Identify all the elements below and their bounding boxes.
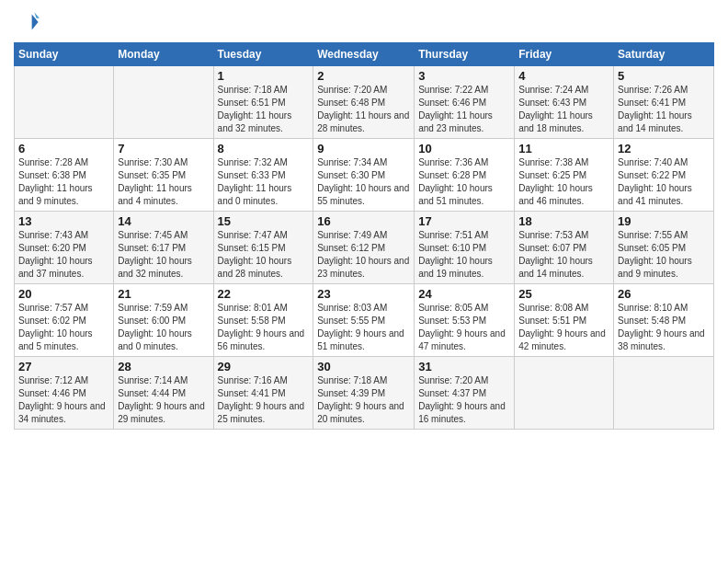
day-info: Sunrise: 7:24 AM Sunset: 6:43 PM Dayligh… xyxy=(518,84,609,135)
calendar-cell xyxy=(114,66,213,139)
page-container: SundayMondayTuesdayWednesdayThursdayFrid… xyxy=(0,0,728,434)
day-info: Sunrise: 7:55 AM Sunset: 6:05 PM Dayligh… xyxy=(618,229,710,281)
calendar-cell: 11Sunrise: 7:38 AM Sunset: 6:25 PM Dayli… xyxy=(515,139,614,212)
week-row-1: 1Sunrise: 7:18 AM Sunset: 6:51 PM Daylig… xyxy=(15,66,714,139)
calendar-cell: 15Sunrise: 7:47 AM Sunset: 6:15 PM Dayli… xyxy=(213,212,313,284)
calendar-cell: 28Sunrise: 7:14 AM Sunset: 4:44 PM Dayli… xyxy=(114,357,213,430)
calendar-cell: 22Sunrise: 8:01 AM Sunset: 5:58 PM Dayli… xyxy=(213,284,313,357)
day-info: Sunrise: 7:34 AM Sunset: 6:30 PM Dayligh… xyxy=(317,156,410,208)
day-info: Sunrise: 8:05 AM Sunset: 5:53 PM Dayligh… xyxy=(418,302,510,353)
calendar-cell: 14Sunrise: 7:45 AM Sunset: 6:17 PM Dayli… xyxy=(114,212,213,284)
calendar-cell: 18Sunrise: 7:53 AM Sunset: 6:07 PM Dayli… xyxy=(515,212,614,284)
day-info: Sunrise: 8:08 AM Sunset: 5:51 PM Dayligh… xyxy=(518,302,609,353)
day-info: Sunrise: 7:49 AM Sunset: 6:12 PM Dayligh… xyxy=(317,229,410,281)
day-number: 11 xyxy=(518,142,609,155)
week-row-4: 20Sunrise: 7:57 AM Sunset: 6:02 PM Dayli… xyxy=(15,284,714,357)
day-number: 8 xyxy=(218,142,310,155)
day-number: 29 xyxy=(218,360,310,373)
day-number: 22 xyxy=(218,287,310,301)
calendar-cell: 25Sunrise: 8:08 AM Sunset: 5:51 PM Dayli… xyxy=(515,284,614,357)
day-info: Sunrise: 7:18 AM Sunset: 4:39 PM Dayligh… xyxy=(317,374,410,426)
day-info: Sunrise: 7:43 AM Sunset: 6:20 PM Dayligh… xyxy=(18,229,109,281)
day-info: Sunrise: 7:40 AM Sunset: 6:22 PM Dayligh… xyxy=(618,156,710,208)
day-info: Sunrise: 7:32 AM Sunset: 6:33 PM Dayligh… xyxy=(218,156,310,208)
day-number: 18 xyxy=(518,214,609,228)
calendar-cell xyxy=(515,357,614,430)
week-row-5: 27Sunrise: 7:12 AM Sunset: 4:46 PM Dayli… xyxy=(15,357,714,430)
calendar-cell: 27Sunrise: 7:12 AM Sunset: 4:46 PM Dayli… xyxy=(15,357,114,430)
day-number: 27 xyxy=(18,360,109,373)
column-header-wednesday: Wednesday xyxy=(313,43,415,66)
day-info: Sunrise: 7:30 AM Sunset: 6:35 PM Dayligh… xyxy=(118,156,209,208)
header-row: SundayMondayTuesdayWednesdayThursdayFrid… xyxy=(15,43,714,66)
day-info: Sunrise: 7:22 AM Sunset: 6:46 PM Dayligh… xyxy=(418,84,510,135)
calendar-cell: 24Sunrise: 8:05 AM Sunset: 5:53 PM Dayli… xyxy=(415,284,515,357)
column-header-tuesday: Tuesday xyxy=(213,43,313,66)
calendar-cell: 17Sunrise: 7:51 AM Sunset: 6:10 PM Dayli… xyxy=(415,212,515,284)
column-header-sunday: Sunday xyxy=(15,43,114,66)
day-info: Sunrise: 7:47 AM Sunset: 6:15 PM Dayligh… xyxy=(218,229,310,281)
day-info: Sunrise: 7:14 AM Sunset: 4:44 PM Dayligh… xyxy=(118,374,209,426)
day-number: 19 xyxy=(618,214,710,228)
calendar-table: SundayMondayTuesdayWednesdayThursdayFrid… xyxy=(14,42,714,430)
day-number: 5 xyxy=(618,69,710,83)
day-info: Sunrise: 7:51 AM Sunset: 6:10 PM Dayligh… xyxy=(418,229,510,281)
column-header-thursday: Thursday xyxy=(415,43,515,66)
day-info: Sunrise: 7:36 AM Sunset: 6:28 PM Dayligh… xyxy=(418,156,510,208)
day-info: Sunrise: 7:45 AM Sunset: 6:17 PM Dayligh… xyxy=(118,229,209,281)
day-number: 28 xyxy=(118,360,209,373)
week-row-2: 6Sunrise: 7:28 AM Sunset: 6:38 PM Daylig… xyxy=(15,139,714,212)
day-number: 6 xyxy=(18,142,109,155)
day-number: 23 xyxy=(317,287,410,301)
logo-icon xyxy=(14,9,40,35)
column-header-friday: Friday xyxy=(515,43,614,66)
day-number: 16 xyxy=(317,214,410,228)
column-header-monday: Monday xyxy=(114,43,213,66)
calendar-cell: 20Sunrise: 7:57 AM Sunset: 6:02 PM Dayli… xyxy=(15,284,114,357)
day-number: 25 xyxy=(518,287,609,301)
day-number: 31 xyxy=(418,360,510,373)
logo xyxy=(14,9,42,35)
calendar-cell: 1Sunrise: 7:18 AM Sunset: 6:51 PM Daylig… xyxy=(213,66,313,139)
day-info: Sunrise: 7:26 AM Sunset: 6:41 PM Dayligh… xyxy=(618,84,710,135)
day-info: Sunrise: 7:53 AM Sunset: 6:07 PM Dayligh… xyxy=(518,229,609,281)
calendar-cell: 13Sunrise: 7:43 AM Sunset: 6:20 PM Dayli… xyxy=(15,212,114,284)
day-number: 14 xyxy=(118,214,209,228)
calendar-cell: 8Sunrise: 7:32 AM Sunset: 6:33 PM Daylig… xyxy=(213,139,313,212)
calendar-cell: 31Sunrise: 7:20 AM Sunset: 4:37 PM Dayli… xyxy=(415,357,515,430)
day-number: 26 xyxy=(618,287,710,301)
day-number: 13 xyxy=(18,214,109,228)
calendar-cell: 19Sunrise: 7:55 AM Sunset: 6:05 PM Dayli… xyxy=(614,212,714,284)
day-number: 17 xyxy=(418,214,510,228)
day-info: Sunrise: 7:57 AM Sunset: 6:02 PM Dayligh… xyxy=(18,302,109,353)
calendar-cell: 6Sunrise: 7:28 AM Sunset: 6:38 PM Daylig… xyxy=(15,139,114,212)
day-info: Sunrise: 7:28 AM Sunset: 6:38 PM Dayligh… xyxy=(18,156,109,208)
calendar-cell: 12Sunrise: 7:40 AM Sunset: 6:22 PM Dayli… xyxy=(614,139,714,212)
day-info: Sunrise: 8:10 AM Sunset: 5:48 PM Dayligh… xyxy=(618,302,710,353)
day-info: Sunrise: 7:59 AM Sunset: 6:00 PM Dayligh… xyxy=(118,302,209,353)
day-number: 10 xyxy=(418,142,510,155)
calendar-cell: 30Sunrise: 7:18 AM Sunset: 4:39 PM Dayli… xyxy=(313,357,415,430)
calendar-cell: 5Sunrise: 7:26 AM Sunset: 6:41 PM Daylig… xyxy=(614,66,714,139)
day-info: Sunrise: 7:38 AM Sunset: 6:25 PM Dayligh… xyxy=(518,156,609,208)
day-info: Sunrise: 7:18 AM Sunset: 6:51 PM Dayligh… xyxy=(218,84,310,135)
day-info: Sunrise: 7:16 AM Sunset: 4:41 PM Dayligh… xyxy=(218,374,310,426)
calendar-cell: 26Sunrise: 8:10 AM Sunset: 5:48 PM Dayli… xyxy=(614,284,714,357)
day-number: 20 xyxy=(18,287,109,301)
day-number: 30 xyxy=(317,360,410,373)
week-row-3: 13Sunrise: 7:43 AM Sunset: 6:20 PM Dayli… xyxy=(15,212,714,284)
day-info: Sunrise: 8:03 AM Sunset: 5:55 PM Dayligh… xyxy=(317,302,410,353)
day-number: 7 xyxy=(118,142,209,155)
day-number: 21 xyxy=(118,287,209,301)
calendar-cell: 4Sunrise: 7:24 AM Sunset: 6:43 PM Daylig… xyxy=(515,66,614,139)
calendar-cell: 10Sunrise: 7:36 AM Sunset: 6:28 PM Dayli… xyxy=(415,139,515,212)
calendar-cell: 2Sunrise: 7:20 AM Sunset: 6:48 PM Daylig… xyxy=(313,66,415,139)
day-info: Sunrise: 7:12 AM Sunset: 4:46 PM Dayligh… xyxy=(18,374,109,426)
day-number: 24 xyxy=(418,287,510,301)
calendar-cell: 16Sunrise: 7:49 AM Sunset: 6:12 PM Dayli… xyxy=(313,212,415,284)
calendar-cell xyxy=(614,357,714,430)
calendar-cell xyxy=(15,66,114,139)
calendar-cell: 23Sunrise: 8:03 AM Sunset: 5:55 PM Dayli… xyxy=(313,284,415,357)
calendar-cell: 29Sunrise: 7:16 AM Sunset: 4:41 PM Dayli… xyxy=(213,357,313,430)
calendar-cell: 3Sunrise: 7:22 AM Sunset: 6:46 PM Daylig… xyxy=(415,66,515,139)
